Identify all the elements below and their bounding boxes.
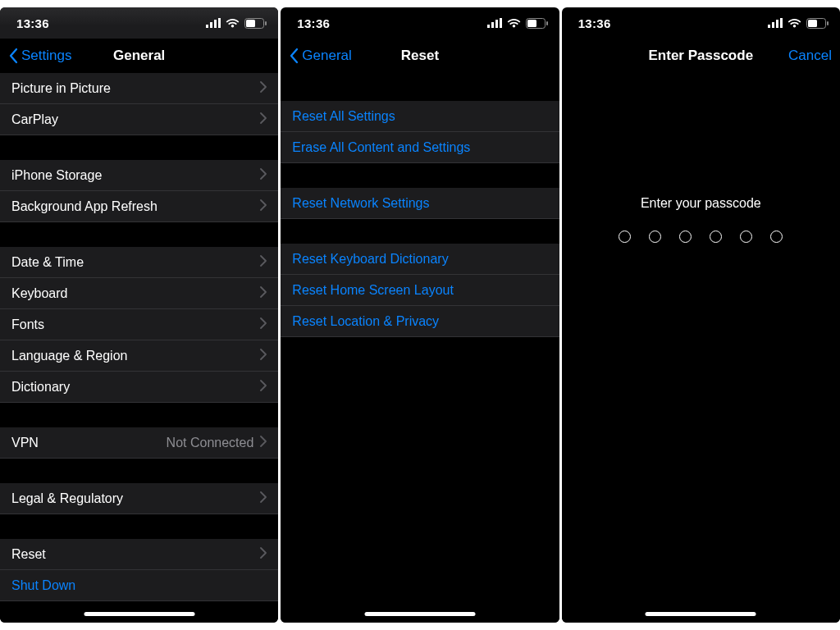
- passcode-dots[interactable]: [619, 231, 783, 243]
- chevron-right-icon: [260, 317, 267, 332]
- reset-list[interactable]: Reset All Settings Erase All Content and…: [281, 73, 559, 623]
- svg-rect-13: [546, 21, 548, 25]
- row-label: Picture in Picture: [11, 81, 111, 96]
- svg-rect-8: [491, 22, 494, 28]
- row-label: Reset: [11, 547, 46, 562]
- status-bar: 13:36: [0, 7, 278, 39]
- row-label: Reset Network Settings: [292, 196, 429, 211]
- status-time: 13:36: [578, 16, 611, 30]
- svg-rect-2: [214, 20, 217, 28]
- svg-rect-19: [808, 20, 817, 27]
- back-label: General: [302, 48, 351, 64]
- row-picture-in-picture[interactable]: Picture in Picture: [0, 73, 278, 104]
- row-label: Keyboard: [11, 286, 68, 301]
- passcode-body: Enter your passcode: [562, 73, 840, 623]
- cellular-icon: [768, 18, 783, 28]
- svg-rect-17: [780, 18, 783, 28]
- row-shut-down[interactable]: Shut Down: [0, 570, 278, 601]
- screen-passcode: 13:36 Enter Passcode Cancel Enter your p…: [562, 7, 840, 623]
- passcode-dot: [679, 231, 692, 243]
- chevron-right-icon: [260, 112, 267, 127]
- row-label: Legal & Regulatory: [11, 491, 123, 506]
- row-label: Shut Down: [11, 578, 75, 593]
- row-reset-keyboard-dict[interactable]: Reset Keyboard Dictionary: [281, 244, 559, 275]
- svg-rect-0: [206, 25, 208, 28]
- passcode-dot: [770, 231, 783, 243]
- row-reset-location-privacy[interactable]: Reset Location & Privacy: [281, 306, 559, 337]
- row-label: Date & Time: [11, 255, 84, 270]
- row-erase-all-content[interactable]: Erase All Content and Settings: [281, 132, 559, 163]
- cancel-button[interactable]: Cancel: [788, 48, 832, 64]
- row-label: Erase All Content and Settings: [292, 140, 470, 155]
- svg-rect-1: [210, 22, 212, 28]
- passcode-dot: [649, 231, 661, 243]
- chevron-left-icon: [8, 48, 18, 64]
- row-label: iPhone Storage: [11, 168, 102, 183]
- row-keyboard[interactable]: Keyboard: [0, 278, 278, 309]
- chevron-right-icon: [260, 168, 267, 183]
- row-dictionary[interactable]: Dictionary: [0, 372, 278, 403]
- passcode-dot: [740, 231, 752, 243]
- row-value: Not Connected: [39, 436, 253, 450]
- chevron-left-icon: [289, 48, 299, 64]
- row-label: Language & Region: [11, 349, 127, 363]
- row-vpn[interactable]: VPN Not Connected: [0, 427, 278, 459]
- chevron-right-icon: [260, 286, 267, 301]
- svg-rect-5: [246, 20, 255, 27]
- svg-rect-15: [772, 22, 774, 28]
- home-indicator[interactable]: [84, 612, 194, 616]
- svg-rect-3: [218, 18, 221, 28]
- cellular-icon: [206, 18, 221, 28]
- svg-rect-20: [827, 21, 829, 25]
- passcode-dot: [619, 231, 631, 243]
- cellular-icon: [487, 18, 502, 28]
- screen-general: 13:36 Settings General Picture in Pictur…: [0, 7, 278, 623]
- svg-rect-6: [265, 21, 267, 25]
- settings-list[interactable]: Picture in Picture CarPlay iPhone Storag…: [0, 73, 278, 623]
- row-iphone-storage[interactable]: iPhone Storage: [0, 160, 278, 191]
- chevron-right-icon: [260, 255, 267, 270]
- svg-rect-14: [768, 25, 770, 28]
- chevron-right-icon: [260, 380, 267, 395]
- row-label: VPN: [11, 436, 39, 450]
- back-label: Settings: [21, 48, 71, 64]
- nav-bar: Settings General: [0, 39, 278, 73]
- row-legal-regulatory[interactable]: Legal & Regulatory: [0, 483, 278, 514]
- row-label: Reset Keyboard Dictionary: [292, 252, 448, 267]
- svg-rect-12: [527, 20, 536, 27]
- svg-rect-9: [495, 20, 498, 28]
- passcode-prompt: Enter your passcode: [641, 196, 761, 211]
- screen-reset: 13:36 General Reset Reset All Settings E…: [281, 7, 559, 623]
- chevron-right-icon: [260, 199, 267, 214]
- row-reset-all-settings[interactable]: Reset All Settings: [281, 101, 559, 132]
- home-indicator[interactable]: [364, 612, 475, 616]
- battery-icon: [526, 18, 548, 29]
- chevron-right-icon: [260, 436, 267, 450]
- back-button[interactable]: Settings: [8, 48, 71, 64]
- row-label: Reset All Settings: [292, 109, 395, 124]
- row-label: Reset Location & Privacy: [292, 314, 439, 329]
- status-bar: 13:36: [562, 7, 840, 39]
- row-language-region[interactable]: Language & Region: [0, 340, 278, 372]
- row-carplay[interactable]: CarPlay: [0, 104, 278, 135]
- row-label: Fonts: [11, 317, 44, 332]
- svg-rect-16: [776, 20, 778, 28]
- nav-bar: General Reset: [281, 39, 559, 73]
- home-indicator[interactable]: [646, 612, 756, 616]
- chevron-right-icon: [260, 547, 267, 562]
- row-reset[interactable]: Reset: [0, 539, 278, 570]
- nav-bar: Enter Passcode Cancel: [562, 39, 840, 73]
- status-indicators: [487, 18, 548, 29]
- back-button[interactable]: General: [289, 48, 351, 64]
- status-time: 13:36: [297, 16, 330, 30]
- row-date-time[interactable]: Date & Time: [0, 247, 278, 278]
- row-background-app-refresh[interactable]: Background App Refresh: [0, 191, 278, 222]
- row-fonts[interactable]: Fonts: [0, 309, 278, 340]
- status-time: 13:36: [16, 16, 49, 30]
- row-label: Reset Home Screen Layout: [292, 283, 454, 298]
- row-reset-network[interactable]: Reset Network Settings: [281, 188, 559, 219]
- wifi-icon: [788, 18, 801, 28]
- battery-icon: [806, 18, 829, 29]
- row-reset-home-layout[interactable]: Reset Home Screen Layout: [281, 275, 559, 306]
- chevron-right-icon: [260, 491, 267, 506]
